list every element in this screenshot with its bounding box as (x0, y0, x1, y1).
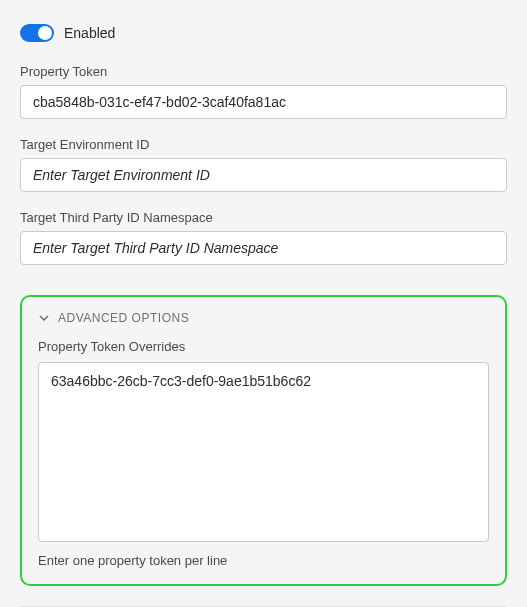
property-token-group: Property Token (20, 64, 507, 119)
overrides-help-text: Enter one property token per line (38, 553, 489, 568)
advanced-options-title: ADVANCED OPTIONS (58, 311, 189, 325)
overrides-label: Property Token Overrides (38, 339, 489, 354)
enabled-label: Enabled (64, 25, 115, 41)
enabled-toggle-row: Enabled (20, 24, 507, 42)
chevron-down-icon (38, 312, 50, 324)
target-env-id-group: Target Environment ID (20, 137, 507, 192)
advanced-options-section: ADVANCED OPTIONS Property Token Override… (20, 295, 507, 586)
third-party-ns-input[interactable] (20, 231, 507, 265)
property-token-label: Property Token (20, 64, 507, 79)
toggle-knob (38, 26, 52, 40)
enabled-toggle[interactable] (20, 24, 54, 42)
advanced-options-header[interactable]: ADVANCED OPTIONS (38, 311, 489, 325)
third-party-ns-group: Target Third Party ID Namespace (20, 210, 507, 265)
property-token-input[interactable] (20, 85, 507, 119)
target-env-id-label: Target Environment ID (20, 137, 507, 152)
third-party-ns-label: Target Third Party ID Namespace (20, 210, 507, 225)
target-env-id-input[interactable] (20, 158, 507, 192)
property-token-overrides-textarea[interactable] (38, 362, 489, 542)
